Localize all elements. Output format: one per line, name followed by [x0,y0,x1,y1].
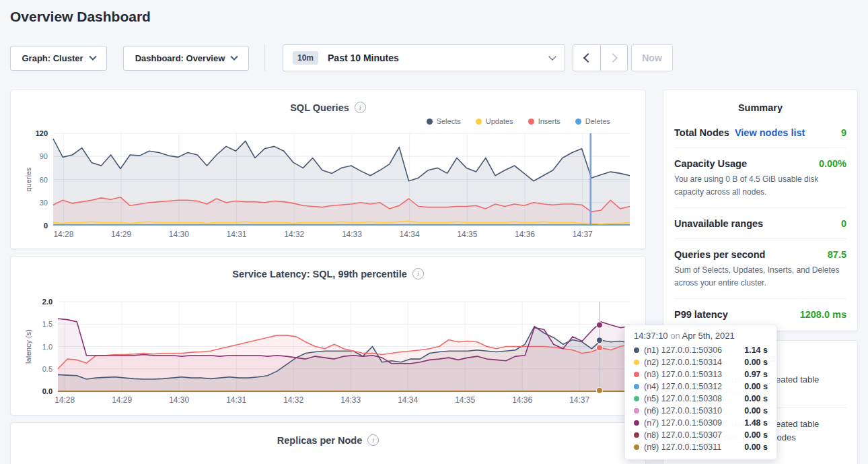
node-latency-value: 0.97 s [744,370,768,379]
time-next-button[interactable] [600,45,627,71]
time-range-picker[interactable]: 10m Past 10 Minutes [283,44,565,71]
chevron-down-icon [548,53,556,60]
info-icon[interactable]: i [355,102,366,113]
tooltip-node-row: (n7) 127.0.0.1:503091.48 s [634,417,768,429]
svg-text:14:31: 14:31 [227,230,247,239]
page-title: Overview Dashboard [10,9,151,25]
sql-queries-card: SQL Queries i SelectsUpdatesInsertsDelet… [10,90,646,249]
sql-queries-legend: SelectsUpdatesInsertsDeletes [427,117,610,125]
sql-queries-chart[interactable]: 14:2814:2914:3014:3114:3214:3314:3414:35… [11,90,645,248]
legend-item-updates[interactable]: Updates [476,117,513,125]
toolbar-divider [264,44,265,71]
node-color-dot [634,347,639,353]
svg-text:14:29: 14:29 [111,230,131,239]
tooltip-node-row: (n6) 127.0.0.1:503100.00 s [634,405,768,417]
queries-per-second-label: Queries per second [674,249,765,260]
node-latency-value: 0.00 s [744,430,768,440]
total-nodes-label: Total Nodes [674,127,729,138]
svg-text:90: 90 [40,152,48,160]
summary-row-total-nodes: Total Nodes View nodes list 9 [674,117,846,148]
graph-dropdown-label: Graph: Cluster [22,53,83,63]
node-color-dot [634,420,639,426]
capacity-usage-description: You are using 0 B of 4.5 GiB usable disk… [674,173,846,198]
legend-item-selects[interactable]: Selects [427,117,461,125]
svg-text:14:37: 14:37 [569,395,589,405]
queries-per-second-value: 87.5 [828,249,846,260]
time-nav-group [573,44,628,71]
queries-per-second-description: Sum of Selects, Updates, Inserts, and De… [674,264,846,289]
tooltip-node-row: (n1) 127.0.0.1:503061.14 s [634,344,768,356]
svg-text:120: 120 [36,129,48,137]
time-range-badge: 10m [293,51,318,65]
node-latency-value: 0.00 s [744,406,768,416]
svg-text:1.5: 1.5 [42,320,52,328]
service-latency-chart[interactable]: 14:2814:2914:3014:3114:3214:3314:3414:35… [11,257,645,415]
sql-queries-title: SQL Queries [290,102,349,113]
node-latency-value: 0.00 s [744,442,768,452]
svg-text:14:29: 14:29 [112,395,132,405]
chevron-down-icon [231,53,238,60]
node-color-dot [634,444,639,450]
svg-text:60: 60 [40,176,48,184]
capacity-usage-value: 0.00% [819,158,846,169]
node-latency-value: 1.48 s [744,418,768,428]
node-address: (n2) 127.0.0.1:50314 [644,358,739,367]
service-latency-title: Service Latency: SQL, 99th percentile [232,269,407,279]
legend-item-inserts[interactable]: Inserts [528,117,560,125]
replicas-per-node-card: Replicas per Node i [10,422,646,464]
node-address: (n4) 127.0.0.1:50312 [644,382,739,391]
summary-row-unavailable-ranges: Unavailable ranges 0 [674,208,846,239]
now-button[interactable]: Now [631,44,673,71]
legend-dot-icon [427,119,433,125]
tooltip-node-row: (n8) 127.0.0.1:503070.00 s [634,429,768,441]
legend-dot-icon [528,119,534,125]
replicas-per-node-title: Replicas per Node [277,435,363,446]
graph-dropdown[interactable]: Graph: Cluster [10,46,107,71]
svg-text:14:34: 14:34 [398,395,418,405]
tooltip-node-row: (n2) 127.0.0.1:503140.00 s [634,356,768,368]
svg-text:30: 30 [40,199,48,207]
p99-latency-label: P99 latency [674,309,728,320]
unavailable-ranges-label: Unavailable ranges [674,218,763,229]
summary-title: Summary [663,90,857,113]
svg-text:14:34: 14:34 [400,230,420,239]
capacity-usage-label: Capacity Usage [674,158,747,169]
total-nodes-value: 9 [841,127,846,138]
svg-text:14:37: 14:37 [573,230,593,239]
legend-dot-icon [476,119,482,125]
chart-hover-tooltip: 14:37:10 on Apr 5th, 2021 (n1) 127.0.0.1… [624,325,777,460]
svg-text:queries: queries [24,167,32,192]
info-icon[interactable]: i [367,434,379,446]
node-address: (n6) 127.0.0.1:50310 [644,406,739,416]
node-address: (n5) 127.0.0.1:50308 [644,394,739,403]
node-latency-value: 0.00 s [744,394,768,403]
node-color-dot [634,396,639,401]
summary-row-capacity-usage: Capacity Usage 0.00% You are using 0 B o… [674,148,846,208]
svg-text:14:28: 14:28 [55,395,75,405]
node-latency-value: 0.00 s [744,382,768,391]
svg-text:14:35: 14:35 [455,395,475,405]
chevron-right-icon [608,53,617,63]
node-address: (n9) 127.0.0.1:50311 [644,442,739,452]
svg-text:14:36: 14:36 [515,230,535,239]
service-latency-card: Service Latency: SQL, 99th percentile i … [10,256,646,416]
tooltip-node-row: (n4) 127.0.0.1:503120.00 s [634,380,768,393]
dashboard-dropdown[interactable]: Dashboard: Overview [123,46,249,71]
svg-text:14:33: 14:33 [342,230,362,239]
svg-text:0.5: 0.5 [42,365,52,373]
node-color-dot [634,372,639,377]
node-color-dot [634,432,639,438]
view-nodes-list-link[interactable]: View nodes list [735,127,805,138]
info-icon[interactable]: i [412,268,424,279]
node-color-dot [634,408,639,413]
tooltip-timestamp: 14:37:10 on Apr 5th, 2021 [634,331,768,344]
svg-text:0.0: 0.0 [42,387,52,395]
legend-item-deletes[interactable]: Deletes [575,117,610,125]
time-range-label: Past 10 Minutes [328,53,540,63]
tooltip-node-row: (n9) 127.0.0.1:503110.00 s [634,441,768,453]
node-color-dot [634,360,639,365]
time-prev-button[interactable] [573,45,600,71]
node-color-dot [634,384,639,389]
svg-text:0: 0 [44,222,48,230]
svg-text:14:30: 14:30 [169,395,189,405]
